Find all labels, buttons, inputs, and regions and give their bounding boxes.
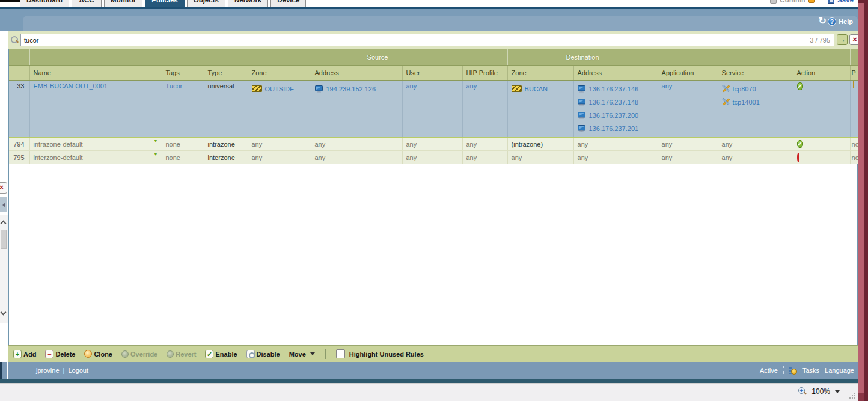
hip-value[interactable]: any (466, 82, 477, 90)
clone-button[interactable]: Clone (84, 350, 112, 358)
commit-warning-icon (808, 0, 815, 3)
application-value[interactable]: any (662, 82, 673, 90)
disable-label: Disable (257, 350, 280, 358)
delete-button[interactable]: − Delete (45, 350, 75, 358)
allow-icon[interactable] (797, 82, 803, 90)
close-icon[interactable] (0, 182, 7, 194)
tasks-button[interactable]: Tasks (802, 367, 819, 374)
statusbar-separator (63, 367, 65, 374)
table-row-rule-33[interactable]: 33 EMB-BUCAN-OUT_0001 Tucor universal OU… (9, 80, 858, 138)
left-vertical-scrollbar[interactable] (0, 215, 8, 323)
content-left-border (8, 31, 8, 362)
zone-icon (252, 85, 262, 92)
col-header-dst-address[interactable]: Address (573, 65, 658, 80)
save-button[interactable]: Save (828, 0, 854, 4)
col-header-src-zone[interactable]: Zone (248, 65, 311, 80)
dst-zone: any (512, 154, 522, 161)
allow-icon[interactable] (797, 140, 803, 148)
help-button[interactable]: ? Help (828, 17, 853, 26)
tab-dashboard[interactable]: Dashboard (20, 0, 69, 7)
col-header-action[interactable]: Action (793, 65, 850, 80)
dst-address: any (578, 141, 588, 148)
col-header-application[interactable]: Application (658, 65, 718, 80)
tabbar-divider (0, 7, 858, 9)
top-left-black-corner (0, 0, 22, 2)
logout-link[interactable]: Logout (68, 367, 88, 374)
col-header-src-address[interactable]: Address (311, 65, 402, 80)
logged-in-user[interactable]: jprovine (36, 367, 60, 374)
dst-address-link[interactable]: 136.176.237.148 (589, 99, 639, 106)
src-address-link[interactable]: 194.239.152.126 (326, 85, 376, 93)
search-result-counter: 3 / 795 (810, 37, 834, 44)
disable-button[interactable]: Disable (246, 350, 280, 358)
commit-button[interactable]: Commit (770, 0, 815, 4)
highlight-unused-checkbox[interactable]: Highlight Unused Rules (336, 349, 424, 358)
src-zone-link[interactable]: OUTSIDE (265, 85, 295, 93)
dst-address-link[interactable]: 136.176.237.200 (589, 112, 639, 119)
col-header-profile[interactable]: P (850, 65, 858, 80)
right-edge-strip-dark (864, 0, 868, 401)
enable-button[interactable]: Enable (205, 350, 237, 358)
col-header-dst-zone[interactable]: Zone (507, 65, 573, 80)
service-link[interactable]: tcp14001 (733, 99, 760, 106)
dst-zone-link[interactable]: BUCAN (525, 85, 548, 93)
tab-device[interactable]: Device (270, 0, 306, 7)
right-edge-strip-bottom (858, 393, 864, 401)
override-label: Override (130, 350, 157, 358)
checkbox-icon[interactable] (336, 349, 345, 358)
rule-name[interactable]: interzone-default (34, 154, 83, 161)
resize-grip-icon[interactable] (849, 392, 856, 399)
scroll-down-icon[interactable] (1, 310, 7, 316)
add-button[interactable]: + Add (13, 350, 36, 358)
service-icon (722, 85, 730, 93)
add-icon: + (13, 350, 22, 358)
chevron-down-icon[interactable] (835, 390, 840, 393)
browser-zoom-control[interactable]: + 100% (798, 387, 840, 396)
tasks-icon (789, 367, 797, 375)
tab-monitor[interactable]: Monitor (104, 0, 142, 7)
revert-button[interactable]: Revert (167, 350, 196, 358)
rule-name-link[interactable]: EMB-BUCAN-OUT_0001 (34, 82, 108, 90)
scroll-up-icon[interactable] (1, 221, 7, 227)
commit-label: Commit (780, 0, 805, 4)
service-value: any (722, 141, 733, 148)
clone-label: Clone (94, 350, 112, 358)
table-row-rule-794[interactable]: 794 ▼intrazone-default none intrazone an… (9, 138, 858, 151)
rule-tag[interactable]: Tucor (166, 82, 183, 90)
dst-address-link[interactable]: 136.176.237.201 (589, 125, 639, 132)
rule-number: 33 (9, 80, 29, 138)
rule-name[interactable]: intrazone-default (34, 141, 83, 148)
status-bar: jprovine Logout Active Tasks Language (8, 362, 858, 379)
col-header-user[interactable]: User (402, 65, 462, 80)
col-header-hip-profile[interactable]: HIP Profile (462, 65, 507, 80)
table-row-rule-795[interactable]: 795 ▼interzone-default none interzone an… (9, 151, 858, 164)
add-label: Add (23, 350, 36, 358)
tab-policies[interactable]: Policies (145, 0, 184, 7)
scrollbar-thumb[interactable] (1, 230, 7, 249)
dst-address-link[interactable]: 136.176.237.146 (589, 85, 639, 93)
address-icon (578, 125, 586, 132)
move-dropdown[interactable]: Move (289, 350, 315, 358)
override-button[interactable]: Override (121, 350, 157, 358)
search-input[interactable]: tucor 3 / 795 (20, 34, 834, 46)
service-link[interactable]: tcp8070 (733, 85, 756, 93)
refresh-icon[interactable]: ↻ (819, 17, 827, 25)
user-value: any (406, 141, 417, 148)
rule-tags: none (166, 154, 180, 161)
help-label: Help (839, 18, 853, 25)
tab-network[interactable]: Network (228, 0, 268, 7)
col-header-type[interactable]: Type (204, 65, 248, 80)
collapsed-side-panel[interactable] (0, 197, 7, 212)
col-header-tags[interactable]: Tags (162, 65, 204, 80)
user-value[interactable]: any (406, 82, 417, 90)
tab-acc[interactable]: ACC (72, 0, 102, 7)
search-go-button[interactable]: → (837, 34, 848, 45)
table-group-header-row: Source Destination (9, 49, 858, 65)
language-button[interactable]: Language (825, 367, 854, 374)
col-header-name[interactable]: Name (29, 65, 162, 80)
rules-toolbar: + Add − Delete Clone Override Revert Ena… (8, 345, 858, 362)
deny-icon[interactable] (797, 153, 799, 162)
tab-objects[interactable]: Objects (187, 0, 225, 7)
statusbar-dotted-separator (783, 366, 784, 375)
col-header-service[interactable]: Service (718, 65, 793, 80)
